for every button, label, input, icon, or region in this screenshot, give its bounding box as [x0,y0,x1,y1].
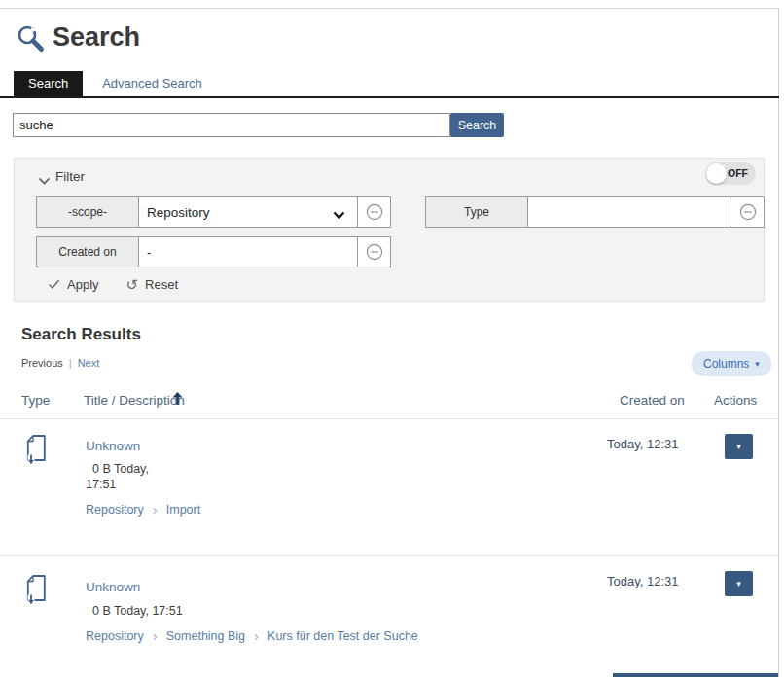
toggle-knob [706,163,727,184]
top-divider [0,8,779,9]
created-on-input-value: - [147,245,152,260]
created-on-label: Created on [37,237,139,267]
breadcrumb-link[interactable]: Repository [86,503,144,517]
tab-bar: Search Advanced Search [14,71,222,96]
tab-underline [0,96,779,98]
created-on-value: Today, 12:31 [607,574,678,588]
row-actions-dropdown-button[interactable]: ▾ [725,434,753,459]
created-on-value: Today, 12:31 [607,437,678,451]
column-header-created-on[interactable]: Created on [620,393,685,408]
scope-select[interactable]: Repository [139,197,357,227]
row-divider [0,418,778,419]
column-header-title-description[interactable]: Title / Description [84,393,185,408]
pagination: Previous | Next [21,357,99,369]
file-download-icon [23,573,50,611]
filter-group-created-on: Created on - [36,236,391,267]
tab-search[interactable]: Search [14,71,83,96]
breadcrumb-link[interactable]: Something Big [166,629,245,643]
table-header: Type Title / Description Created on Acti… [0,391,778,418]
breadcrumb-link[interactable]: Repository [86,629,144,643]
search-page: Search Search Advanced Search Search Fil… [0,0,784,677]
breadcrumb: Repository›Import [86,502,200,517]
result-size-date: 0 B Today, [86,461,149,477]
remove-type-filter-button[interactable] [731,197,764,227]
caret-down-icon: ▾ [736,579,741,588]
reset-icon: ↺ [126,277,139,292]
columns-button-label: Columns [703,357,749,371]
file-download-icon [23,433,50,471]
remove-scope-filter-button[interactable] [357,197,390,227]
result-meta: 0 B Today, 17:51 [86,603,183,619]
type-label: Type [426,197,528,227]
filter-toggle[interactable]: OFF [705,162,756,185]
search-button[interactable]: Search [450,113,504,137]
caret-down-icon: ▾ [755,359,760,369]
chevron-right-icon: › [254,628,259,643]
result-row: Unknown 0 B Today, 17:51 Repository›Some… [0,556,778,677]
filter-group-type: Type [425,196,765,228]
result-title-link[interactable]: Unknown [86,439,140,453]
pagination-separator: | [69,357,72,369]
check-icon [48,279,60,290]
result-size-date: 0 B Today, 17:51 [86,603,183,619]
column-header-actions: Actions [714,393,757,408]
filter-title[interactable]: Filter [55,169,85,184]
content-right-border [778,8,779,677]
breadcrumb-link[interactable]: Kurs für den Test der Suche [267,629,418,643]
sort-ascending-icon[interactable] [171,391,184,409]
filter-group-scope: -scope- Repository [36,196,391,228]
apply-button[interactable]: Apply [48,277,99,292]
created-on-input[interactable]: - [139,237,357,267]
caret-down-icon: ▾ [736,442,741,451]
result-row: Unknown 0 B Today, 17:51 Repository›Impo… [0,420,778,555]
next-link[interactable]: Next [78,357,100,369]
breadcrumb: Repository›Something Big›Kurs für den Te… [86,628,418,643]
row-actions-dropdown-button[interactable]: ▾ [725,571,753,596]
scope-select-value: Repository [147,205,210,220]
search-icon [15,23,48,60]
columns-button[interactable]: Columns ▾ [692,351,771,376]
results-title: Search Results [21,325,141,344]
select-caret-icon [333,208,345,223]
tab-advanced-search[interactable]: Advanced Search [83,71,222,96]
chevron-down-icon[interactable] [38,172,51,190]
type-input[interactable] [528,197,731,227]
reset-label: Reset [145,277,178,292]
result-title-link[interactable]: Unknown [86,580,140,594]
remove-created-on-filter-button[interactable] [357,237,390,267]
result-meta: 0 B Today, 17:51 [86,461,149,492]
toggle-state-label: OFF [728,167,748,179]
previous-link[interactable]: Previous [21,357,63,369]
chevron-right-icon: › [153,502,158,517]
breadcrumb-link[interactable]: Import [166,503,200,517]
column-header-type[interactable]: Type [21,393,50,408]
filter-panel: Filter OFF -scope- Repository [14,158,765,302]
reset-button[interactable]: ↺ Reset [126,277,179,292]
search-input[interactable] [13,113,450,137]
scope-label: -scope- [37,197,139,227]
filter-actions: Apply ↺ Reset [48,277,178,292]
chevron-right-icon: › [153,628,158,643]
page-title: Search [53,22,140,53]
footer-bar-partial [613,673,778,677]
apply-label: Apply [67,277,99,292]
result-time: 17:51 [86,477,149,492]
